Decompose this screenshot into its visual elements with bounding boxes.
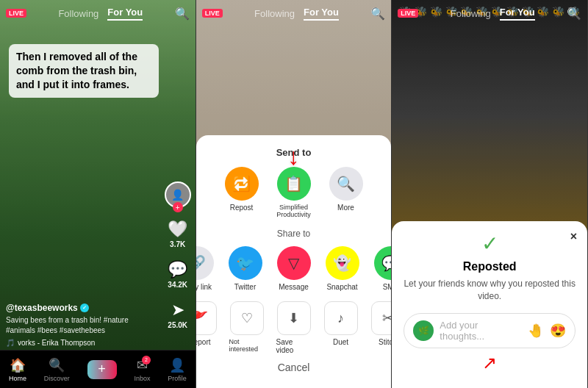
- share-item-snapchat[interactable]: 👻 Snapchat: [326, 246, 359, 291]
- bottom-nav-1: 🏠 Home 🔍 Discover + ✉ 2 Inbox 👤 Profile: [0, 350, 196, 388]
- live-badge-2: LIVE: [202, 9, 223, 18]
- panel-3: 🐝 🐝 🐝 🐝 🐝 🐝 🐝 🐝 🐝 🐝 🐝 🐝 LIVE Following F…: [392, 0, 588, 388]
- duet-label: Duet: [333, 338, 348, 346]
- duet-icon: ♪: [324, 301, 358, 335]
- share-bottom-row: 🚩 Report ♡ Not interested ⬇ Save video ♪…: [196, 301, 392, 354]
- share-to-row: 🔗 Copy link 🐦 Twitter ▽ Message 👻 Snapch…: [196, 246, 392, 291]
- repost-input-row: 🌿 Add your thoughts... 🤚 😍: [404, 313, 576, 348]
- share-button-1[interactable]: ➤ 25.0K: [168, 301, 187, 329]
- panel3-topbar-left: LIVE: [398, 9, 418, 18]
- snapchat-label: Snapchat: [326, 283, 357, 291]
- emoji-love[interactable]: 😍: [550, 323, 566, 339]
- music-text-1: vorks - Erika Thompson: [18, 339, 95, 347]
- panel2-tabs[interactable]: Following For You: [223, 7, 371, 21]
- nav-profile-1[interactable]: 👤 Profile: [168, 357, 187, 382]
- comment-button-1[interactable]: 💬 34.2K: [168, 260, 187, 289]
- sms-label: SMS: [383, 283, 392, 291]
- caption-box: Then I removed all of the comb from the …: [9, 44, 159, 98]
- plus-button-1[interactable]: +: [87, 360, 117, 379]
- comment-icon-1: 💬: [168, 260, 187, 279]
- search-icon-1[interactable]: 🔍: [175, 7, 190, 21]
- repost-emoji-row: 🤚 😍: [528, 323, 566, 339]
- share-item-notinterested[interactable]: ♡ Not interested: [229, 301, 265, 354]
- panel1-tabs[interactable]: Following For You: [26, 7, 175, 21]
- panel-2: LIVE Following For You 🔍 ↓ Send to 🔁 Rep…: [196, 0, 392, 388]
- nav-inbox-1[interactable]: ✉ 2 Inbox: [134, 357, 150, 382]
- inbox-badge-wrap-1: ✉ 2: [137, 357, 148, 373]
- share-item-savevideo[interactable]: ⬇ Save video: [276, 301, 312, 354]
- panel2-topbar-right: 🔍: [370, 7, 385, 21]
- cancel-button[interactable]: Cancel: [196, 362, 392, 373]
- share-sheet-2: Send to 🔁 Repost 📋 Simplified Productivi…: [196, 135, 392, 388]
- share-item-copylink[interactable]: 🔗 Copy link: [196, 246, 214, 291]
- music-icon-1: 🎵: [6, 339, 15, 347]
- productivity-icon: 📋: [277, 167, 311, 201]
- avatar-1[interactable]: 👤 +: [165, 182, 191, 208]
- nav-add-1[interactable]: +: [87, 360, 117, 379]
- tab-following-1[interactable]: Following: [58, 8, 98, 19]
- share-to-label: Share to: [196, 229, 392, 239]
- panel2-topbar-left: LIVE: [202, 9, 223, 18]
- share-item-productivity[interactable]: 📋 Simplified Productivity: [273, 167, 315, 218]
- more-label: More: [337, 204, 354, 212]
- search-icon-2[interactable]: 🔍: [370, 7, 385, 21]
- panel3-tabs[interactable]: Following For You: [418, 7, 567, 21]
- repost-modal: × ✓ Reposted Let your friends know why y…: [392, 221, 587, 388]
- red-arrow-down-2: ↓: [288, 143, 300, 170]
- tab-following-2[interactable]: Following: [254, 8, 295, 19]
- repost-label: Repost: [230, 204, 254, 212]
- username-1: @texasbeeworks ✓: [6, 303, 159, 313]
- music-row-1: 🎵 vorks - Erika Thompson: [6, 339, 159, 347]
- share-item-more[interactable]: 🔍 More: [329, 167, 363, 218]
- share-item-message[interactable]: ▽ Message: [277, 246, 311, 291]
- tab-following-3[interactable]: Following: [451, 8, 491, 19]
- heart-icon-1: 🤍: [168, 220, 187, 239]
- productivity-label: Simplified Productivity: [273, 204, 315, 218]
- share-item-repost[interactable]: 🔁 Repost: [225, 167, 259, 218]
- sms-icon: 💬: [374, 246, 392, 280]
- avatar-plus-1[interactable]: +: [173, 202, 183, 212]
- emoji-wave[interactable]: 🤚: [528, 323, 544, 339]
- panel3-topbar: LIVE Following For You 🔍: [392, 0, 587, 26]
- share-item-sms[interactable]: 💬 SMS: [374, 246, 392, 291]
- message-label: Message: [279, 283, 309, 291]
- like-count-1: 3.7K: [170, 240, 185, 248]
- repost-description: Let your friends know why you reposted t…: [404, 278, 576, 303]
- profile-icon-1: 👤: [169, 357, 185, 373]
- panel1-topbar-left: LIVE: [6, 9, 26, 18]
- search-icon-3[interactable]: 🔍: [567, 7, 581, 21]
- share-item-duet[interactable]: ♪ Duet: [323, 301, 359, 354]
- repost-avatar: 🌿: [413, 320, 434, 341]
- panel-1: LIVE Following For You 🔍 Then I removed …: [0, 0, 196, 388]
- share-item-twitter[interactable]: 🐦 Twitter: [229, 246, 262, 291]
- discover-icon-1: 🔍: [49, 357, 65, 373]
- bottom-info-1: @texasbeeworks ✓ Saving bees from a tras…: [6, 303, 159, 347]
- savevideo-label: Save video: [276, 338, 312, 354]
- comment-count-1: 34.2K: [168, 281, 187, 289]
- share-item-report[interactable]: 🚩 Report: [196, 301, 218, 354]
- repost-icon: 🔁: [225, 167, 259, 201]
- share-item-stitch[interactable]: ✂ Stitch: [370, 301, 392, 354]
- snapchat-icon: 👻: [326, 246, 359, 280]
- repost-title: Reposted: [404, 260, 576, 273]
- twitter-icon: 🐦: [229, 246, 262, 280]
- home-icon-1: 🏠: [10, 357, 26, 373]
- like-button-1[interactable]: 🤍 3.7K: [168, 220, 187, 248]
- notinterested-icon: ♡: [230, 301, 264, 335]
- red-arrow-3: ↗: [404, 353, 576, 373]
- tab-foryou-2[interactable]: For You: [304, 7, 339, 21]
- send-to-row: 🔁 Repost 📋 Simplified Productivity 🔍 Mor…: [196, 167, 392, 218]
- repost-placeholder: Add your thoughts...: [440, 320, 522, 342]
- notinterested-label: Not interested: [229, 338, 265, 353]
- tab-foryou-1[interactable]: For You: [107, 7, 143, 21]
- close-button[interactable]: ×: [570, 230, 577, 243]
- report-label: Report: [196, 338, 211, 346]
- savevideo-icon: ⬇: [277, 301, 311, 335]
- nav-home-1[interactable]: 🏠 Home: [9, 357, 26, 382]
- tab-foryou-3[interactable]: For You: [500, 7, 535, 21]
- stitch-icon: ✂: [371, 301, 392, 335]
- panel1-topbar-right: 🔍: [175, 7, 190, 21]
- panel2-topbar: LIVE Following For You 🔍: [196, 0, 392, 26]
- verified-badge-1: ✓: [80, 303, 89, 312]
- nav-discover-1[interactable]: 🔍 Discover: [44, 357, 70, 382]
